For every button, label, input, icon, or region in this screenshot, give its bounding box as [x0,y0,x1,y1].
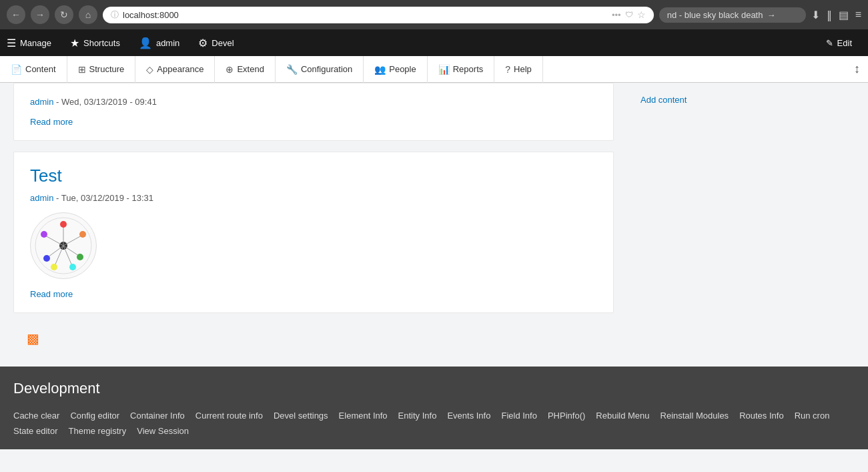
search-arrow-icon: → [767,10,775,20]
article-1-author[interactable]: admin [30,97,53,107]
nav-people[interactable]: 👥 People [364,56,427,83]
footer-link-reinstall-modules[interactable]: Reinstall Modules [661,408,740,423]
library-icon[interactable]: ‖ [827,9,832,21]
footer-link-current-route-info[interactable]: Current route info [195,408,274,423]
drupal-nav: 📄 Content ⊞ Structure ◇ Appearance ⊕ Ext… [0,56,868,83]
diagram-svg [33,216,93,276]
bookmark-icon[interactable]: ☆ [637,9,646,20]
configuration-icon: 🔧 [286,64,298,75]
reports-icon: 📊 [438,64,450,75]
svg-point-11 [41,231,47,238]
extend-icon: ⊕ [226,64,234,75]
article-2-image [30,212,97,279]
footer-link-phpinfo[interactable]: PHPinfo() [548,408,596,423]
svg-line-8 [63,236,81,246]
footer-link-events-info[interactable]: Events Info [447,408,501,423]
footer-link-rebuild-menu[interactable]: Rebuild Menu [596,408,660,423]
sidebar: Add content [627,83,761,367]
nav-configuration-label: Configuration [301,64,352,74]
nav-content[interactable]: 📄 Content [0,56,67,83]
forward-button[interactable]: → [31,5,49,24]
article-1-meta: admin - Wed, 03/13/2019 - 09:41 [30,97,597,107]
devel-menu-item[interactable]: ⚙ Devel [189,29,243,56]
nav-structure-label: Structure [89,64,125,74]
content-icon: 📄 [11,64,22,75]
people-icon: 👥 [374,64,386,75]
back-button[interactable]: ← [7,5,25,24]
manage-icon: ☰ [7,37,16,49]
info-icon: ⓘ [111,9,119,21]
footer-link-view-session[interactable]: View Session [137,423,199,439]
reader-icon[interactable]: ▤ [839,9,849,21]
footer-link-run-cron[interactable]: Run cron [795,408,841,423]
svg-point-5 [77,254,83,260]
article-2-read-more[interactable]: Read more [30,289,73,299]
download-icon[interactable]: ⬇ [811,9,820,21]
help-icon: ? [505,64,510,75]
appearance-icon: ◇ [146,64,153,75]
footer-link-field-info[interactable]: Field Info [501,408,547,423]
nav-extend-label: Extend [237,64,264,74]
svg-point-3 [60,221,67,228]
article-2-date: - Tue, 03/12/2019 - 13:31 [56,193,153,203]
shortcuts-menu-item[interactable]: ★ Shortcuts [61,29,129,56]
main-content: admin - Wed, 03/13/2019 - 09:41 Read mor… [0,83,627,367]
footer-link-config-editor[interactable]: Config editor [70,408,130,423]
nav-reports-label: Reports [453,64,484,74]
svg-point-9 [79,231,86,238]
nav-extend[interactable]: ⊕ Extend [215,56,275,83]
footer-link-element-info[interactable]: Element Info [339,408,398,423]
url-text: localhost:8000 [123,10,608,20]
menu-icon[interactable]: ≡ [855,9,861,21]
dev-footer-title: Development [13,380,855,397]
footer-link-devel-settings[interactable]: Devel settings [274,408,339,423]
article-1-date: - Wed, 03/13/2019 - 09:41 [56,97,157,107]
nav-help-label: Help [514,64,532,74]
page-layout: admin - Wed, 03/13/2019 - 09:41 Read mor… [0,83,868,367]
home-button[interactable]: ⌂ [79,5,97,24]
shortcuts-label: Shortcuts [83,38,120,48]
url-bar[interactable]: ⓘ localhost:8000 ••• 🛡 ☆ [103,7,654,23]
nav-help[interactable]: ? Help [494,56,543,83]
search-text: nd - blue sky black death [667,10,763,20]
admin-icon: 👤 [139,37,152,49]
add-content-link[interactable]: Add content [640,95,747,105]
manage-label: Manage [20,38,51,48]
footer-link-entity-info[interactable]: Entity Info [398,408,448,423]
structure-icon: ⊞ [78,64,86,75]
browser-chrome: ← → ↻ ⌂ ⓘ localhost:8000 ••• 🛡 ☆ nd - bl… [0,0,868,29]
article-card-1: admin - Wed, 03/13/2019 - 09:41 Read mor… [13,83,614,141]
manage-menu-item[interactable]: ☰ Manage [7,29,61,56]
footer-link-container-info[interactable]: Container Info [130,408,195,423]
article-1-read-more[interactable]: Read more [30,117,73,127]
nav-content-label: Content [25,64,56,74]
admin-menu-item[interactable]: 👤 admin [129,29,189,56]
dev-footer: Development Cache clearConfig editorCont… [0,367,868,449]
nav-appearance[interactable]: ◇ Appearance [135,56,215,83]
svg-point-7 [43,255,50,262]
nav-configuration[interactable]: 🔧 Configuration [276,56,364,83]
article-2-meta: admin - Tue, 03/12/2019 - 13:31 [30,193,597,203]
article-2-author[interactable]: admin [30,193,53,203]
nav-structure[interactable]: ⊞ Structure [67,56,136,83]
footer-link-theme-registry[interactable]: Theme registry [69,423,137,439]
svg-point-15 [51,264,57,270]
edit-icon: ✎ [826,38,833,48]
shield-icon: 🛡 [625,10,633,19]
dev-footer-links: Cache clearConfig editorContainer InfoCu… [13,408,855,449]
article-2-title: Test [30,166,597,186]
footer-link-cache-clear[interactable]: Cache clear [13,408,70,423]
edit-button[interactable]: ✎ Edit [817,38,861,48]
nav-collapse-button[interactable]: ↕ [846,56,868,83]
admin-toolbar: ☰ Manage ★ Shortcuts 👤 admin ⚙ Devel ✎ E… [0,29,868,56]
nav-reports[interactable]: 📊 Reports [428,56,495,83]
footer-link-routes-info[interactable]: Routes Info [739,408,795,423]
footer-link-state-editor[interactable]: State editor [13,423,69,439]
rss-icon: ▩ [27,331,39,346]
devel-label: Devel [211,38,234,48]
search-bar[interactable]: nd - blue sky black death → [659,7,806,23]
reload-button[interactable]: ↻ [55,5,73,24]
edit-label: Edit [837,38,852,48]
nav-people-label: People [389,64,416,74]
rss-area: ▩ [13,324,614,353]
